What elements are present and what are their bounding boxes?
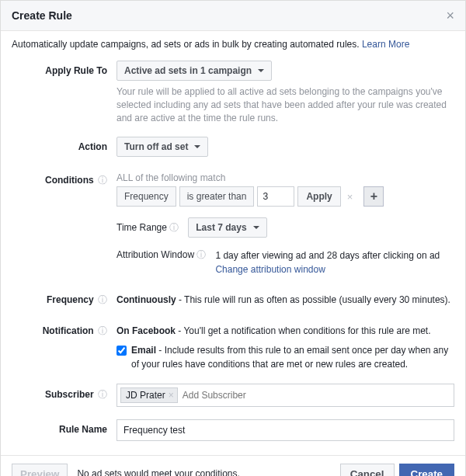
chip-remove-icon[interactable]: × xyxy=(169,390,174,401)
info-icon: ⓘ xyxy=(98,294,107,305)
time-range-row: Time Range ⓘ Last 7 days xyxy=(116,217,454,238)
apply-rule-helper: Your rule will be applied to all active … xyxy=(116,85,454,124)
info-icon: ⓘ xyxy=(98,389,107,400)
condition-remove-icon[interactable]: × xyxy=(344,191,356,203)
intro-text: Automatically update campaigns, ad sets … xyxy=(1,31,465,54)
create-button[interactable]: Create xyxy=(399,464,455,476)
dialog-header: Create Rule × xyxy=(1,1,465,31)
close-icon[interactable]: × xyxy=(446,9,454,23)
caret-down-icon xyxy=(194,145,200,148)
rule-name-input[interactable] xyxy=(116,419,454,441)
label-rule-name: Rule Name xyxy=(12,419,116,435)
info-icon: ⓘ xyxy=(169,222,179,233)
dialog-footer: Preview No ad sets would meet your condi… xyxy=(1,455,465,476)
change-attribution-link[interactable]: Change attribution window xyxy=(215,264,325,275)
preview-button[interactable]: Preview xyxy=(12,464,68,476)
subscriber-input[interactable] xyxy=(181,388,450,402)
label-conditions: Conditions ⓘ xyxy=(12,169,116,187)
notification-description: On Facebook - You'll get a notification … xyxy=(116,320,454,338)
footer-message: No ad sets would meet your conditions. xyxy=(77,468,339,476)
label-apply-rule-to: Apply Rule To xyxy=(12,61,116,76)
info-icon: ⓘ xyxy=(98,325,107,336)
time-range-label: Time Range ⓘ xyxy=(116,221,179,235)
create-rule-dialog: Create Rule × Automatically update campa… xyxy=(0,0,466,476)
dialog-title: Create Rule xyxy=(12,9,72,22)
label-frequency: Frequency ⓘ xyxy=(12,289,116,307)
learn-more-link[interactable]: Learn More xyxy=(362,39,409,50)
label-action: Action xyxy=(12,137,116,152)
action-select[interactable]: Turn off ad set xyxy=(116,137,208,157)
caret-down-icon xyxy=(258,69,264,72)
label-notification: Notification ⓘ xyxy=(12,320,116,338)
subscriber-field[interactable]: JD Prater × xyxy=(116,384,454,407)
email-checkbox[interactable] xyxy=(116,346,127,356)
attribution-row: Attribution Window ⓘ 1 day after viewing… xyxy=(116,248,454,276)
condition-operator-select[interactable]: is greater than xyxy=(179,186,255,207)
cancel-button[interactable]: Cancel xyxy=(340,464,395,476)
condition-row: Frequency is greater than Apply × + xyxy=(116,186,454,207)
rule-form: Apply Rule To Active ad sets in 1 campai… xyxy=(1,54,465,455)
condition-apply-button[interactable]: Apply xyxy=(297,186,340,207)
frequency-description: Continuously - This rule will run as oft… xyxy=(116,289,454,307)
subscriber-chip: JD Prater × xyxy=(120,387,178,403)
attribution-value: 1 day after viewing ad and 28 days after… xyxy=(215,250,440,261)
conditions-all-match: ALL of the following match xyxy=(116,169,454,183)
apply-rule-to-select[interactable]: Active ad sets in 1 campaign xyxy=(116,61,272,81)
condition-add-button[interactable]: + xyxy=(363,186,384,207)
condition-metric-select[interactable]: Frequency xyxy=(116,186,176,207)
label-subscriber: Subscriber ⓘ xyxy=(12,384,116,401)
condition-value-input[interactable] xyxy=(257,186,294,207)
attribution-label: Attribution Window ⓘ xyxy=(116,248,206,276)
email-description: Email - Include results from this rule t… xyxy=(131,344,454,371)
caret-down-icon xyxy=(253,226,259,229)
time-range-select[interactable]: Last 7 days xyxy=(188,217,266,238)
email-notification-row: Email - Include results from this rule t… xyxy=(116,344,454,371)
info-icon: ⓘ xyxy=(98,175,107,186)
info-icon: ⓘ xyxy=(196,249,206,260)
